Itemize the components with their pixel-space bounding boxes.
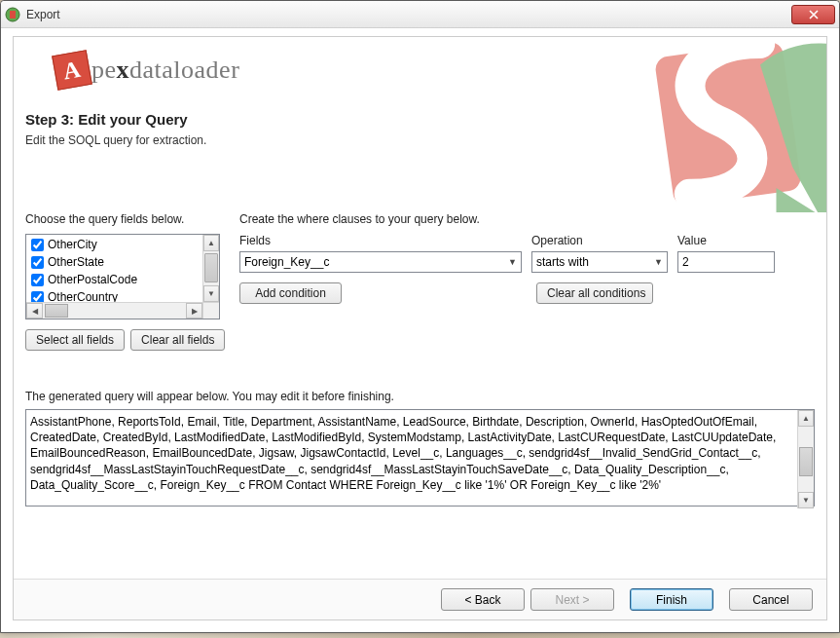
content: A pexdataloader Step 3: Edit your Query … <box>13 36 827 620</box>
fields-column-label: Fields <box>239 234 522 247</box>
header-area: A pexdataloader Step 3: Edit your Query … <box>14 37 826 212</box>
scroll-thumb[interactable] <box>204 253 218 282</box>
operation-combobox-value: starts with <box>536 255 589 269</box>
operation-combobox[interactable]: starts with ▼ <box>531 251 668 273</box>
clear-all-conditions-button[interactable]: Clear all conditions <box>536 282 653 304</box>
step-description: Edit the SOQL query for extraction. <box>25 133 815 147</box>
list-item[interactable]: OtherState <box>27 253 218 271</box>
where-panel: Create the where clauses to your query b… <box>239 212 815 351</box>
clear-all-fields-button[interactable]: Clear all fields <box>130 329 225 351</box>
mid-area: Choose the query fields below. OtherCity… <box>14 212 826 351</box>
generated-query-label: The generated query will appear below. Y… <box>25 390 815 403</box>
field-label: OtherCity <box>48 238 97 251</box>
back-button[interactable]: < Back <box>441 588 525 611</box>
add-condition-button[interactable]: Add condition <box>239 282 342 304</box>
fields-combobox-value: Foreign_Key__c <box>244 255 329 269</box>
field-label: OtherPostalCode <box>48 273 137 286</box>
list-item[interactable]: OtherPostalCode <box>27 271 218 288</box>
scroll-left-icon[interactable]: ◀ <box>26 303 43 319</box>
scroll-down-icon[interactable]: ▼ <box>798 492 814 508</box>
cancel-button[interactable]: Cancel <box>729 588 813 611</box>
wizard-footer: < Back Next > Finish Cancel <box>14 579 826 619</box>
close-button[interactable] <box>791 5 835 24</box>
scroll-down-icon[interactable]: ▼ <box>203 285 219 302</box>
logo-a-icon: A <box>52 50 92 91</box>
field-checkbox[interactable] <box>31 256 44 269</box>
chevron-down-icon: ▼ <box>654 257 663 267</box>
query-fields-label: Choose the query fields below. <box>25 212 220 226</box>
scroll-right-icon[interactable]: ▶ <box>186 303 202 319</box>
scroll-up-icon[interactable]: ▲ <box>798 410 814 427</box>
fields-hscrollbar[interactable]: ◀ ▶ <box>26 302 202 319</box>
field-checkbox[interactable] <box>31 239 44 251</box>
fields-combobox[interactable]: Foreign_Key__c ▼ <box>239 251 522 273</box>
scroll-corner <box>202 302 219 319</box>
query-fields-panel: Choose the query fields below. OtherCity… <box>25 212 220 351</box>
select-all-fields-button[interactable]: Select all fields <box>25 329 125 351</box>
app-icon <box>5 7 20 22</box>
scroll-up-icon[interactable]: ▲ <box>203 235 219 251</box>
fields-listbox[interactable]: OtherCity OtherState OtherPostalCode Oth… <box>25 234 220 319</box>
operation-column-label: Operation <box>531 234 668 247</box>
query-textarea[interactable] <box>25 409 815 507</box>
apex-logo: A pexdataloader <box>55 53 815 88</box>
where-label: Create the where clauses to your query b… <box>239 212 815 226</box>
step-title: Step 3: Edit your Query <box>25 111 815 128</box>
list-item[interactable]: OtherCity <box>27 236 218 253</box>
titlebar: Export <box>1 1 839 28</box>
window-title: Export <box>26 8 791 21</box>
export-window: Export A pexdataloader Step 3: Edit your… <box>0 0 840 633</box>
scroll-thumb[interactable] <box>799 447 813 476</box>
query-vscrollbar[interactable]: ▲ ▼ <box>797 410 814 508</box>
generated-query-area: The generated query will appear below. Y… <box>14 380 826 509</box>
value-input-text: 2 <box>682 255 689 269</box>
finish-button[interactable]: Finish <box>630 588 713 611</box>
scroll-thumb[interactable] <box>45 304 68 318</box>
next-button: Next > <box>530 588 614 611</box>
field-checkbox[interactable] <box>31 274 44 286</box>
value-input[interactable]: 2 <box>677 251 775 273</box>
fields-vscrollbar[interactable]: ▲ ▼ <box>202 235 219 302</box>
field-label: OtherState <box>48 255 104 269</box>
chevron-down-icon: ▼ <box>508 257 517 267</box>
value-column-label: Value <box>677 234 775 247</box>
